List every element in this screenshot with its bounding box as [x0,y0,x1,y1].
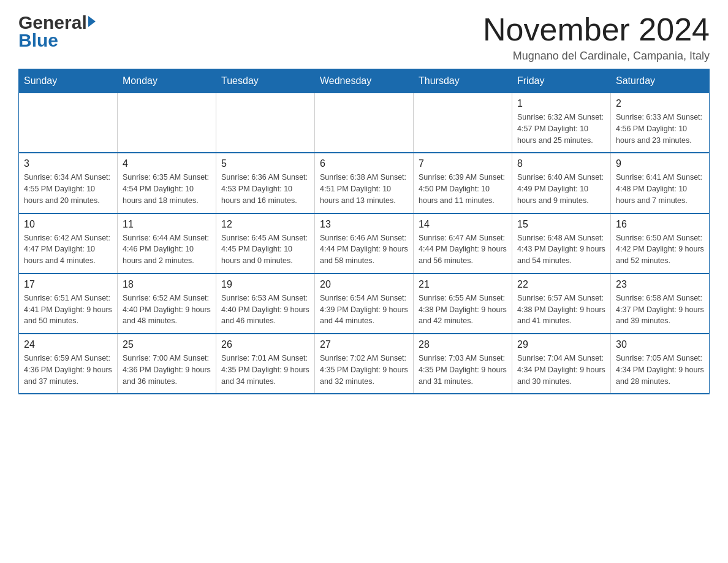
day-info: Sunrise: 7:05 AM Sunset: 4:34 PM Dayligh… [616,353,704,387]
day-info: Sunrise: 6:48 AM Sunset: 4:43 PM Dayligh… [517,232,605,267]
calendar-cell: 17Sunrise: 6:51 AM Sunset: 4:41 PM Dayli… [19,274,118,334]
day-number: 11 [123,219,211,230]
day-number: 4 [123,158,211,169]
day-number: 29 [517,339,605,350]
calendar-cell [414,93,512,153]
weekday-header-sunday: Sunday [19,69,118,93]
day-number: 14 [419,219,507,230]
day-info: Sunrise: 6:36 AM Sunset: 4:53 PM Dayligh… [221,172,309,206]
weekday-header-monday: Monday [118,69,216,93]
day-number: 3 [24,158,112,169]
calendar-week-row: 3Sunrise: 6:34 AM Sunset: 4:55 PM Daylig… [19,153,710,213]
calendar-cell: 19Sunrise: 6:53 AM Sunset: 4:40 PM Dayli… [216,274,315,334]
day-info: Sunrise: 7:02 AM Sunset: 4:35 PM Dayligh… [320,353,408,387]
logo-blue-text: Blue [18,30,96,51]
day-info: Sunrise: 6:52 AM Sunset: 4:40 PM Dayligh… [123,293,211,327]
calendar-table: SundayMondayTuesdayWednesdayThursdayFrid… [18,69,710,394]
calendar-cell: 30Sunrise: 7:05 AM Sunset: 4:34 PM Dayli… [611,334,710,394]
calendar-week-row: 10Sunrise: 6:42 AM Sunset: 4:47 PM Dayli… [19,213,710,274]
day-number: 5 [221,158,309,169]
day-info: Sunrise: 7:04 AM Sunset: 4:34 PM Dayligh… [517,353,605,387]
day-info: Sunrise: 6:45 AM Sunset: 4:45 PM Dayligh… [221,232,309,267]
calendar-cell: 14Sunrise: 6:47 AM Sunset: 4:44 PM Dayli… [414,213,512,274]
day-info: Sunrise: 7:00 AM Sunset: 4:36 PM Dayligh… [123,353,211,387]
calendar-cell: 15Sunrise: 6:48 AM Sunset: 4:43 PM Dayli… [512,213,611,274]
calendar-cell: 20Sunrise: 6:54 AM Sunset: 4:39 PM Dayli… [315,274,414,334]
day-info: Sunrise: 6:44 AM Sunset: 4:46 PM Dayligh… [123,232,211,267]
day-number: 8 [517,158,605,169]
day-info: Sunrise: 7:03 AM Sunset: 4:35 PM Dayligh… [419,353,507,387]
day-info: Sunrise: 6:55 AM Sunset: 4:38 PM Dayligh… [419,293,507,327]
day-number: 16 [616,219,704,230]
day-number: 28 [419,339,507,350]
day-number: 18 [123,279,211,290]
day-number: 13 [320,219,408,230]
calendar-cell [19,93,118,153]
calendar-title: November 2024 [483,12,710,47]
calendar-week-row: 24Sunrise: 6:59 AM Sunset: 4:36 PM Dayli… [19,334,710,394]
calendar-cell: 22Sunrise: 6:57 AM Sunset: 4:38 PM Dayli… [512,274,611,334]
calendar-cell: 6Sunrise: 6:38 AM Sunset: 4:51 PM Daylig… [315,153,414,213]
day-number: 10 [24,219,112,230]
logo: General Blue [18,12,96,51]
day-number: 30 [616,339,704,350]
weekday-header-row: SundayMondayTuesdayWednesdayThursdayFrid… [19,69,710,93]
day-info: Sunrise: 6:47 AM Sunset: 4:44 PM Dayligh… [419,232,507,267]
day-info: Sunrise: 6:40 AM Sunset: 4:49 PM Dayligh… [517,172,605,206]
day-info: Sunrise: 6:57 AM Sunset: 4:38 PM Dayligh… [517,293,605,327]
day-info: Sunrise: 7:01 AM Sunset: 4:35 PM Dayligh… [221,353,309,387]
weekday-header-friday: Friday [512,69,611,93]
day-number: 17 [24,279,112,290]
calendar-cell: 25Sunrise: 7:00 AM Sunset: 4:36 PM Dayli… [118,334,216,394]
day-number: 23 [616,279,704,290]
calendar-cell [315,93,414,153]
calendar-cell: 21Sunrise: 6:55 AM Sunset: 4:38 PM Dayli… [414,274,512,334]
day-number: 25 [123,339,211,350]
calendar-cell: 11Sunrise: 6:44 AM Sunset: 4:46 PM Dayli… [118,213,216,274]
calendar-cell: 28Sunrise: 7:03 AM Sunset: 4:35 PM Dayli… [414,334,512,394]
day-number: 20 [320,279,408,290]
calendar-cell: 13Sunrise: 6:46 AM Sunset: 4:44 PM Dayli… [315,213,414,274]
day-number: 9 [616,158,704,169]
day-info: Sunrise: 6:42 AM Sunset: 4:47 PM Dayligh… [24,232,112,267]
calendar-cell: 29Sunrise: 7:04 AM Sunset: 4:34 PM Dayli… [512,334,611,394]
day-info: Sunrise: 6:35 AM Sunset: 4:54 PM Dayligh… [123,172,211,206]
calendar-cell: 26Sunrise: 7:01 AM Sunset: 4:35 PM Dayli… [216,334,315,394]
calendar-body: 1Sunrise: 6:32 AM Sunset: 4:57 PM Daylig… [19,93,710,394]
day-info: Sunrise: 6:53 AM Sunset: 4:40 PM Dayligh… [221,293,309,327]
day-info: Sunrise: 6:38 AM Sunset: 4:51 PM Dayligh… [320,172,408,206]
day-info: Sunrise: 6:34 AM Sunset: 4:55 PM Dayligh… [24,172,112,206]
calendar-cell: 27Sunrise: 7:02 AM Sunset: 4:35 PM Dayli… [315,334,414,394]
logo-arrow-icon [88,16,96,27]
day-number: 22 [517,279,605,290]
weekday-header-wednesday: Wednesday [315,69,414,93]
calendar-cell: 1Sunrise: 6:32 AM Sunset: 4:57 PM Daylig… [512,93,611,153]
day-number: 15 [517,219,605,230]
calendar-cell: 18Sunrise: 6:52 AM Sunset: 4:40 PM Dayli… [118,274,216,334]
calendar-week-row: 17Sunrise: 6:51 AM Sunset: 4:41 PM Dayli… [19,274,710,334]
weekday-header-saturday: Saturday [611,69,710,93]
day-number: 2 [616,98,704,109]
day-number: 1 [517,98,605,109]
day-info: Sunrise: 6:58 AM Sunset: 4:37 PM Dayligh… [616,293,704,327]
day-info: Sunrise: 6:54 AM Sunset: 4:39 PM Dayligh… [320,293,408,327]
calendar-cell [118,93,216,153]
day-number: 19 [221,279,309,290]
weekday-header-tuesday: Tuesday [216,69,315,93]
day-number: 24 [24,339,112,350]
calendar-cell: 24Sunrise: 6:59 AM Sunset: 4:36 PM Dayli… [19,334,118,394]
day-number: 27 [320,339,408,350]
title-area: November 2024 Mugnano del Cardinale, Cam… [483,12,710,63]
day-info: Sunrise: 6:46 AM Sunset: 4:44 PM Dayligh… [320,232,408,267]
calendar-cell: 7Sunrise: 6:39 AM Sunset: 4:50 PM Daylig… [414,153,512,213]
calendar-subtitle: Mugnano del Cardinale, Campania, Italy [483,50,710,63]
day-number: 26 [221,339,309,350]
day-info: Sunrise: 6:39 AM Sunset: 4:50 PM Dayligh… [419,172,507,206]
day-number: 7 [419,158,507,169]
calendar-cell: 12Sunrise: 6:45 AM Sunset: 4:45 PM Dayli… [216,213,315,274]
calendar-cell: 23Sunrise: 6:58 AM Sunset: 4:37 PM Dayli… [611,274,710,334]
calendar-cell: 3Sunrise: 6:34 AM Sunset: 4:55 PM Daylig… [19,153,118,213]
calendar-cell: 2Sunrise: 6:33 AM Sunset: 4:56 PM Daylig… [611,93,710,153]
calendar-cell: 10Sunrise: 6:42 AM Sunset: 4:47 PM Dayli… [19,213,118,274]
weekday-header-thursday: Thursday [414,69,512,93]
